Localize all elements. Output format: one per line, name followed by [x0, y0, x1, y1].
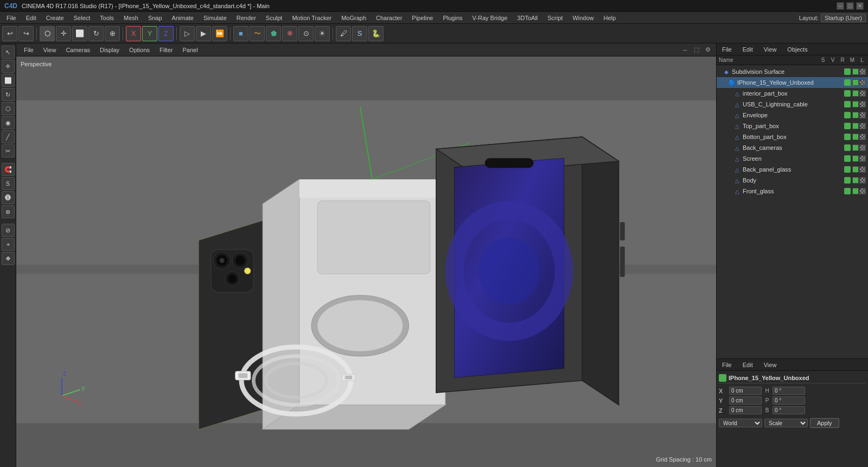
left-tool-magnet[interactable]: 🧲: [2, 163, 15, 176]
mode-scale-button[interactable]: ⬜: [72, 26, 87, 41]
menu-snap[interactable]: Snap: [144, 14, 167, 22]
paint-button[interactable]: 🖊: [336, 26, 351, 41]
minimize-button[interactable]: ─: [837, 2, 844, 10]
left-tool-knife[interactable]: ✂: [2, 144, 15, 157]
mode-move-button[interactable]: ✛: [56, 26, 71, 41]
obj-item-bottom-part-box[interactable]: △ Botton_part_box: [717, 131, 868, 142]
vp-menu-file[interactable]: File: [20, 46, 38, 54]
vp-menu-view[interactable]: View: [39, 46, 61, 54]
menu-character[interactable]: Character: [372, 14, 406, 22]
obj-item-back-cameras[interactable]: △ Back_cameras: [717, 142, 868, 153]
redo-button[interactable]: ↪: [18, 26, 34, 41]
mode-model-button[interactable]: ⬡: [40, 26, 55, 41]
vp-menu-display[interactable]: Display: [95, 46, 124, 54]
coord-p-input[interactable]: [773, 396, 805, 405]
left-tool-6[interactable]: ❖: [2, 252, 15, 265]
vp-icon-settings[interactable]: ⚙: [703, 45, 713, 55]
world-dropdown[interactable]: World: [719, 419, 762, 427]
menu-mograph[interactable]: MoGraph: [337, 14, 371, 22]
close-button[interactable]: ✕: [856, 2, 864, 10]
left-tool-3[interactable]: ⊛: [2, 205, 15, 218]
left-tool-5[interactable]: ⌖: [2, 238, 15, 251]
spline-button[interactable]: 〜: [250, 26, 265, 41]
axis-y-button[interactable]: Y: [142, 26, 157, 41]
vp-menu-filter[interactable]: Filter: [155, 46, 177, 54]
obj-item-envelope[interactable]: △ Envelope: [717, 110, 868, 121]
menu-file[interactable]: File: [2, 14, 21, 22]
obj-menu-objects[interactable]: Objects: [784, 46, 810, 53]
coord-x-input[interactable]: [729, 387, 762, 395]
python-button[interactable]: 🐍: [368, 26, 384, 41]
obj-item-screen[interactable]: △ Screen: [717, 153, 868, 164]
menu-sculpt[interactable]: Sculpt: [261, 14, 287, 22]
scale-dropdown[interactable]: Scale: [764, 419, 808, 427]
render-region-button[interactable]: ▷: [180, 26, 195, 41]
left-tool-paint2[interactable]: 🅢: [2, 191, 15, 204]
light-button[interactable]: ☀: [315, 26, 330, 41]
menu-vray[interactable]: V-Ray Bridge: [468, 14, 512, 22]
obj-item-back-panel-glass[interactable]: △ Back_panel_glass: [717, 164, 868, 175]
menu-window[interactable]: Window: [568, 14, 598, 22]
menu-simulate[interactable]: Simulate: [199, 14, 231, 22]
axis-z-button[interactable]: Z: [158, 26, 174, 41]
coord-h-input[interactable]: [773, 387, 805, 395]
left-tool-edge[interactable]: ╱: [2, 130, 15, 143]
vp-menu-panel[interactable]: Panel: [178, 46, 202, 54]
menu-select[interactable]: Select: [69, 14, 95, 22]
left-tool-4[interactable]: ⊘: [2, 224, 15, 237]
obj-item-top-part-box[interactable]: △ Top_part_box: [717, 121, 868, 131]
menu-plugins[interactable]: Plugins: [438, 14, 467, 22]
obj-item-interior-part-box[interactable]: △ interior_part_box: [717, 88, 868, 99]
menu-3dtoall[interactable]: 3DToAll: [513, 14, 542, 22]
menu-render[interactable]: Render: [232, 14, 260, 22]
left-tool-brush[interactable]: S: [2, 177, 15, 190]
menu-tools[interactable]: Tools: [95, 14, 118, 22]
obj-item-front-glass[interactable]: △ Front_glass: [717, 186, 868, 197]
obj-item-body[interactable]: △ Body: [717, 175, 868, 186]
undo-button[interactable]: ↩: [2, 26, 17, 41]
menu-help[interactable]: Help: [599, 14, 621, 22]
mode-all-button[interactable]: ⊕: [105, 26, 120, 41]
obj-item-iphone-unboxed[interactable]: 🔵 IPhone_15_Yellow_Unboxed: [717, 77, 868, 88]
menu-script[interactable]: Script: [543, 14, 567, 22]
layout-selector[interactable]: Startup (User): [821, 14, 866, 22]
mode-rotate-button[interactable]: ↻: [88, 26, 104, 41]
vp-menu-options[interactable]: Options: [125, 46, 154, 54]
left-tool-rotate[interactable]: ↻: [2, 88, 15, 101]
axis-x-button[interactable]: X: [126, 26, 141, 41]
camera-button[interactable]: ⊙: [298, 26, 314, 41]
apply-button[interactable]: Apply: [810, 418, 839, 428]
coord-y-input[interactable]: [729, 396, 762, 405]
obj-item-usb-cable[interactable]: △ USB_C_Lightning_cable: [717, 99, 868, 110]
left-tool-move[interactable]: ✛: [2, 60, 15, 73]
sculpt-button[interactable]: S: [352, 26, 367, 41]
left-tool-polygon[interactable]: ⬡: [2, 102, 15, 115]
obj-menu-view[interactable]: View: [761, 46, 780, 53]
attr-menu-file[interactable]: File: [719, 361, 735, 369]
attr-menu-view[interactable]: View: [761, 361, 780, 369]
render-viewport-button[interactable]: ▶: [196, 26, 211, 41]
render-picture-button[interactable]: ⏩: [212, 26, 227, 41]
cube-button[interactable]: ■: [233, 26, 248, 41]
menu-mesh[interactable]: Mesh: [119, 14, 143, 22]
coord-b-input[interactable]: [773, 406, 805, 414]
menu-create[interactable]: Create: [42, 14, 68, 22]
obj-menu-file[interactable]: File: [719, 46, 735, 53]
maximize-button[interactable]: □: [846, 2, 854, 10]
nurbs-button[interactable]: ⬟: [266, 26, 281, 41]
left-tool-scale[interactable]: ⬜: [2, 74, 15, 87]
obj-item-subdivision-surface[interactable]: ◆ Subdivision Surface: [717, 66, 868, 77]
left-tool-point[interactable]: ◉: [2, 116, 15, 129]
menu-animate[interactable]: Animate: [168, 14, 198, 22]
vp-icon-move[interactable]: ↔: [680, 45, 690, 55]
vp-menu-cameras[interactable]: Cameras: [61, 46, 94, 54]
deformer-button[interactable]: ❋: [282, 26, 297, 41]
left-tool-select[interactable]: ↖: [2, 46, 15, 59]
menu-motion-tracker[interactable]: Motion Tracker: [288, 14, 336, 22]
obj-menu-edit[interactable]: Edit: [739, 46, 756, 53]
coord-z-input[interactable]: [729, 406, 762, 414]
vp-icon-maximize[interactable]: ⬚: [692, 45, 701, 55]
menu-pipeline[interactable]: Pipeline: [407, 14, 437, 22]
attr-menu-edit[interactable]: Edit: [739, 361, 756, 369]
viewport-3d[interactable]: Perspective Grid Spacing : 10 cm: [16, 56, 716, 467]
